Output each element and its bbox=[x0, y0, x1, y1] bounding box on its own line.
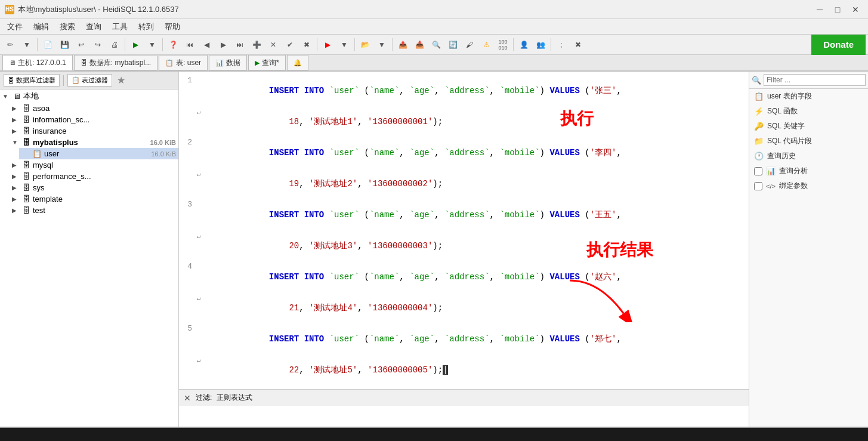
toolbar-arrow[interactable]: ▼ bbox=[19, 37, 35, 53]
toolbar-next[interactable]: ⏭ bbox=[232, 37, 248, 53]
tree-insurance[interactable]: ▶ 🗄 insurance bbox=[10, 125, 178, 137]
line-code-2: INSERT INTO `user` (`name`, `age`, `addr… bbox=[209, 138, 749, 168]
tree-sys[interactable]: ▶ 🗄 sys bbox=[10, 182, 178, 193]
bind-params-label: 绑定参数 bbox=[779, 181, 808, 191]
tree-test[interactable]: ▶ 🗄 test bbox=[10, 205, 178, 216]
tab-bell-icon: 🔔 bbox=[294, 59, 302, 67]
toolbar-save[interactable]: 💾 bbox=[57, 37, 72, 53]
tab-data-label: 数据 bbox=[226, 58, 240, 68]
toolbar-run-arrow[interactable]: ▼ bbox=[144, 37, 160, 53]
label-user: user bbox=[44, 149, 149, 158]
toolbar-cancel-x[interactable]: ✖ bbox=[299, 37, 314, 53]
menu-tools[interactable]: 工具 bbox=[107, 20, 132, 33]
query-history-icon: 🕐 bbox=[754, 152, 764, 161]
toolbar-profile2[interactable]: 👥 bbox=[533, 37, 548, 53]
toolbar-prev[interactable]: ⏮ bbox=[182, 37, 197, 53]
toolbar-del[interactable]: ✕ bbox=[265, 37, 281, 53]
line-arrow-5b: ↵ bbox=[197, 355, 209, 364]
toolbar-back[interactable]: ◀ bbox=[199, 37, 214, 53]
db-filter-label: 数据库过滤器 bbox=[16, 76, 55, 85]
tree-performance[interactable]: ▶ 🗄 performance_s... bbox=[10, 171, 178, 182]
tree-asoa[interactable]: ▶ 🗄 asoa bbox=[10, 103, 178, 114]
toolbar-help[interactable]: ❓ bbox=[165, 37, 181, 53]
menu-help[interactable]: 帮助 bbox=[160, 20, 185, 33]
editor-wrapper[interactable]: 1 INSERT INTO `user` (`name`, `age`, `ad… bbox=[179, 72, 749, 427]
bind-params-checkbox[interactable] bbox=[754, 182, 762, 190]
right-panel-sql-keywords[interactable]: 🔑 SQL 关键字 bbox=[749, 119, 868, 134]
menu-edit[interactable]: 编辑 bbox=[29, 20, 54, 33]
tree-mybatisplus[interactable]: ▼ 🗄 mybatisplus 16.0 KiB bbox=[10, 137, 178, 148]
toolbar-print[interactable]: 🖨 bbox=[107, 37, 122, 53]
toolbar-paint[interactable]: 🖌 bbox=[462, 37, 477, 53]
icon-test: 🗄 bbox=[23, 206, 30, 215]
tab-table[interactable]: 📋 表: user bbox=[159, 55, 208, 70]
toolbar-search2[interactable]: 🔍 bbox=[428, 37, 444, 53]
line-arrow-3 bbox=[197, 200, 209, 201]
right-panel-sql-functions[interactable]: ⚡ SQL 函数 bbox=[749, 104, 868, 119]
arrow-mysql: ▶ bbox=[12, 162, 20, 168]
window-controls: ─ □ ✕ bbox=[812, 3, 863, 16]
bottom-panel[interactable]: 139 INSERT INTO `user` (`name`, `age`, `… bbox=[0, 427, 868, 441]
arrow-asoa: ▶ bbox=[12, 105, 20, 112]
tab-data[interactable]: 📊 数据 bbox=[209, 55, 247, 70]
toolbar-add[interactable]: ➕ bbox=[249, 37, 264, 53]
tree-mysql[interactable]: ▶ 🗄 mysql bbox=[10, 159, 178, 171]
toolbar-binary[interactable]: 100010 bbox=[495, 37, 511, 53]
tbl-filter-btn[interactable]: 📋 表过滤器 bbox=[67, 74, 112, 87]
toolbar-export[interactable]: 📤 bbox=[395, 37, 410, 53]
window-title: 本地\mybatisplus\user\ - HeidiSQL 12.1.0.6… bbox=[18, 4, 179, 15]
user-fields-icon: 📋 bbox=[754, 92, 764, 101]
toolbar-warn[interactable]: ⚠ bbox=[478, 37, 494, 53]
toolbar-semicolon[interactable]: ; bbox=[554, 37, 569, 53]
right-panel-sql-snippets[interactable]: 📁 SQL 代码片段 bbox=[749, 134, 868, 149]
editor-content[interactable]: 1 INSERT INTO `user` (`name`, `age`, `ad… bbox=[179, 72, 749, 389]
filter-close-btn[interactable]: ✕ bbox=[184, 393, 191, 403]
tab-query-label: 查询* bbox=[262, 58, 279, 68]
maximize-button[interactable]: □ bbox=[830, 3, 845, 16]
tab-tbl-label: 表: user bbox=[176, 58, 201, 68]
toolbar-exec-red[interactable]: ▶ bbox=[320, 37, 335, 53]
db-filter-btn[interactable]: 🗄 数据库过滤器 bbox=[4, 74, 60, 87]
tree-info-schema[interactable]: ▶ 🗄 information_sc... bbox=[10, 114, 178, 125]
sql-snippets-icon: 📁 bbox=[754, 137, 764, 146]
user-fields-label: user 表的字段 bbox=[767, 91, 812, 101]
minimize-button[interactable]: ─ bbox=[812, 3, 827, 16]
right-panel-user-fields[interactable]: 📋 user 表的字段 bbox=[749, 89, 868, 104]
toolbar-folder[interactable]: 📂 bbox=[357, 37, 373, 53]
right-panel-query-history[interactable]: 🕐 查询历史 bbox=[749, 149, 868, 164]
toolbar-refresh[interactable]: 🔄 bbox=[445, 37, 461, 53]
toolbar-folder2[interactable]: ▼ bbox=[374, 37, 390, 53]
right-panel-query-analysis[interactable]: 📊 查询分析 bbox=[749, 164, 868, 178]
right-panel-filter-input[interactable] bbox=[764, 74, 866, 86]
tab-bell[interactable]: 🔔 bbox=[287, 55, 308, 70]
tab-database[interactable]: 🗄 数据库: mybatispl... bbox=[74, 55, 157, 70]
toolbar-fwd[interactable]: ▶ bbox=[215, 37, 231, 53]
menu-search[interactable]: 搜索 bbox=[55, 20, 80, 33]
toolbar-redo[interactable]: ↪ bbox=[90, 37, 106, 53]
tree-template[interactable]: ▶ 🗄 template bbox=[10, 193, 178, 205]
line-arrow-3b: ↵ bbox=[197, 231, 209, 240]
menu-file[interactable]: 文件 bbox=[2, 20, 27, 33]
tree-local[interactable]: ▼ 🖥 本地 bbox=[0, 90, 178, 103]
line-code-1: INSERT INTO `user` (`name`, `age`, `addr… bbox=[209, 76, 749, 106]
line-arrow-5 bbox=[197, 324, 209, 325]
close-button[interactable]: ✕ bbox=[848, 3, 863, 16]
tab-query[interactable]: ▶ 查询* bbox=[248, 55, 286, 70]
menu-query[interactable]: 查询 bbox=[81, 20, 106, 33]
toolbar-profile[interactable]: 👤 bbox=[516, 37, 532, 53]
toolbar-import[interactable]: 📥 bbox=[412, 37, 427, 53]
tab-host[interactable]: 🖥 主机: 127.0.0.1 bbox=[2, 55, 73, 70]
size-mybatisplus: 16.0 KiB bbox=[150, 139, 176, 146]
query-analysis-checkbox[interactable] bbox=[754, 167, 762, 175]
menu-goto[interactable]: 转到 bbox=[134, 20, 159, 33]
toolbar-ok[interactable]: ✔ bbox=[282, 37, 298, 53]
toolbar-undo[interactable]: ↩ bbox=[73, 37, 89, 53]
tree-user[interactable]: 📋 user 16.0 KiB bbox=[19, 148, 178, 159]
toolbar-run-green[interactable]: ▶ bbox=[128, 37, 143, 53]
right-panel-bind-params[interactable]: </> 绑定参数 bbox=[749, 178, 868, 193]
donate-button[interactable]: Donate bbox=[811, 35, 866, 55]
toolbar-open[interactable]: 📄 bbox=[40, 37, 55, 53]
toolbar-new[interactable]: ✏ bbox=[2, 37, 18, 53]
toolbar-close2[interactable]: ✖ bbox=[570, 37, 586, 53]
toolbar-exec-arrow[interactable]: ▼ bbox=[336, 37, 352, 53]
